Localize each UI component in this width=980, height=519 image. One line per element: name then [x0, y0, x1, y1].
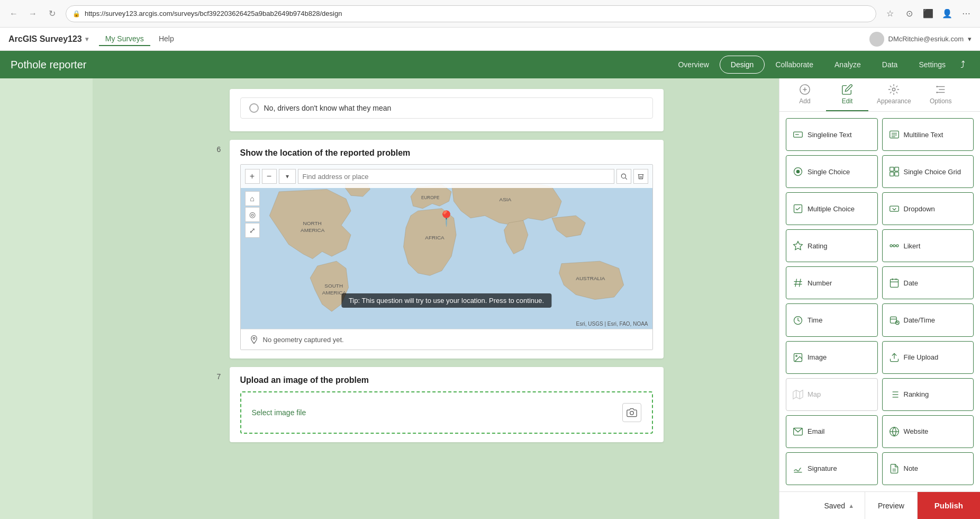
refresh-button[interactable]: ↻ — [44, 6, 59, 21]
user-email: DMcRitchie@esriuk.com — [888, 35, 964, 43]
nav-overview[interactable]: Overview — [667, 56, 719, 74]
tab-options[interactable]: Options — [920, 78, 962, 111]
qtype-likert[interactable]: Likert — [882, 229, 974, 262]
svg-marker-53 — [793, 390, 803, 399]
qtype-ranking[interactable]: Ranking — [882, 378, 974, 411]
map-home-button[interactable]: ⌂ — [245, 191, 260, 206]
map-delete-button[interactable] — [633, 169, 648, 184]
map-search-input[interactable] — [298, 169, 614, 184]
lock-icon: 🔒 — [72, 10, 80, 17]
map-layer-dropdown[interactable]: ▾ — [279, 169, 296, 184]
qtype-image[interactable]: Image — [786, 341, 878, 374]
question7-title: Upload an image of the problem — [240, 375, 653, 385]
extensions-button[interactable]: ⬛ — [921, 6, 936, 21]
qtype-singleline-text-label: Singleline Text — [807, 131, 852, 139]
tab-appearance[interactable]: Appearance — [868, 78, 920, 111]
date-icon — [889, 278, 900, 288]
qtype-singleline-text[interactable]: Singleline Text — [786, 118, 878, 151]
single-choice-grid-icon — [889, 166, 900, 177]
signature-icon — [793, 463, 803, 474]
qtype-note[interactable]: Note — [882, 452, 974, 485]
qtype-time[interactable]: Time — [786, 303, 878, 336]
qtype-single-choice-label: Single Choice — [807, 168, 850, 176]
app-logo-dropdown[interactable]: ▾ — [85, 35, 88, 43]
user-profile-button[interactable]: 👤 — [940, 6, 955, 21]
map-toolbar: + − ▾ — [241, 165, 652, 188]
upload-card[interactable]: Select image file — [240, 391, 653, 434]
map-visual: NORTH AMERICA SOUTH AMERICA AFRICA ASIA … — [241, 165, 652, 329]
map-container[interactable]: + − ▾ — [240, 164, 653, 350]
map-fullscreen-button[interactable]: ⤢ — [245, 223, 260, 238]
nav-design[interactable]: Design — [720, 56, 765, 74]
map-locate-button[interactable]: ◎ — [245, 207, 260, 222]
prev-question-card: No, drivers don't know what they mean — [230, 89, 664, 131]
camera-button[interactable] — [622, 403, 641, 422]
nav-settings[interactable]: Settings — [908, 56, 956, 74]
saved-caret-icon: ▲ — [848, 503, 854, 509]
tab-add[interactable]: Add — [784, 78, 826, 111]
address-bar[interactable]: 🔒 https://survey123.arcgis.com/surveys/b… — [66, 5, 876, 22]
nav-collaborate[interactable]: Collaborate — [765, 56, 824, 74]
forward-button[interactable]: → — [25, 6, 40, 21]
qtype-date-label: Date — [904, 279, 918, 287]
avatar — [869, 32, 884, 47]
qtype-multiline-text[interactable]: Multiline Text — [882, 118, 974, 151]
question6-row: 6 Show the location of the reported prob… — [208, 140, 664, 359]
single-choice-icon — [793, 166, 803, 177]
nav-analyze[interactable]: Analyze — [824, 56, 872, 74]
menu-button[interactable]: ⋯ — [959, 6, 974, 21]
map-left-controls: ⌂ ◎ ⤢ — [245, 191, 260, 238]
map-zoom-out[interactable]: − — [262, 169, 277, 184]
rating-icon — [793, 240, 803, 251]
profile-button[interactable]: ⊙ — [902, 6, 917, 21]
qtype-single-choice[interactable]: Single Choice — [786, 155, 878, 188]
nav-help[interactable]: Help — [152, 32, 180, 46]
app-nav: My Surveys Help — [99, 32, 180, 46]
share-button[interactable]: ⤴ — [956, 57, 969, 73]
back-button[interactable]: ← — [6, 6, 21, 21]
qtype-email[interactable]: Email — [786, 415, 878, 448]
map-zoom-in[interactable]: + — [245, 169, 260, 184]
qtype-single-choice-grid[interactable]: Single Choice Grid — [882, 155, 974, 188]
bottom-bar: Saved ▲ Preview Publish — [779, 491, 980, 519]
saved-button[interactable]: Saved ▲ — [813, 492, 865, 519]
qtype-dropdown-label: Dropdown — [904, 205, 935, 213]
tab-add-label: Add — [799, 97, 810, 105]
qtype-number[interactable]: Number — [786, 266, 878, 299]
upload-label[interactable]: Select image file — [252, 408, 306, 417]
qtype-date[interactable]: Date — [882, 266, 974, 299]
question6-card: Show the location of the reported proble… — [230, 140, 664, 359]
publish-button[interactable]: Publish — [918, 492, 980, 519]
svg-text:ASIA: ASIA — [499, 196, 511, 202]
nav-data[interactable]: Data — [872, 56, 909, 74]
qtype-signature[interactable]: Signature — [786, 452, 878, 485]
qtype-file-upload-label: File Upload — [904, 353, 939, 361]
nav-my-surveys[interactable]: My Surveys — [99, 32, 150, 46]
survey-title: Pothole reporter — [11, 59, 667, 71]
qtype-datetime[interactable]: Date/Time — [882, 303, 974, 336]
saved-label: Saved — [824, 502, 845, 510]
svg-marker-36 — [794, 241, 803, 250]
qtype-map-label: Map — [807, 390, 821, 398]
left-sidebar — [0, 78, 93, 519]
qtype-time-label: Time — [807, 316, 822, 324]
bookmark-button[interactable]: ☆ — [883, 6, 897, 21]
option-card-prev[interactable]: No, drivers don't know what they mean — [240, 97, 653, 119]
tab-edit[interactable]: Edit — [826, 78, 868, 111]
svg-rect-33 — [894, 172, 899, 176]
note-icon — [889, 463, 900, 474]
qtype-website[interactable]: Website — [882, 415, 974, 448]
website-icon — [889, 426, 900, 437]
qtype-dropdown[interactable]: Dropdown — [882, 192, 974, 225]
preview-button[interactable]: Preview — [865, 492, 918, 519]
right-tabs: Add Edit Appearance — [779, 78, 980, 112]
qtype-multiple-choice[interactable]: Multiple Choice — [786, 192, 878, 225]
qtype-file-upload[interactable]: File Upload — [882, 341, 974, 374]
qtype-rating[interactable]: Rating — [786, 229, 878, 262]
map-search-button[interactable] — [616, 169, 631, 184]
user-dropdown-icon[interactable]: ▾ — [968, 35, 972, 43]
svg-text:SOUTH: SOUTH — [324, 283, 343, 289]
multiple-choice-icon — [793, 203, 803, 214]
svg-rect-31 — [894, 167, 899, 172]
time-icon — [793, 315, 803, 326]
